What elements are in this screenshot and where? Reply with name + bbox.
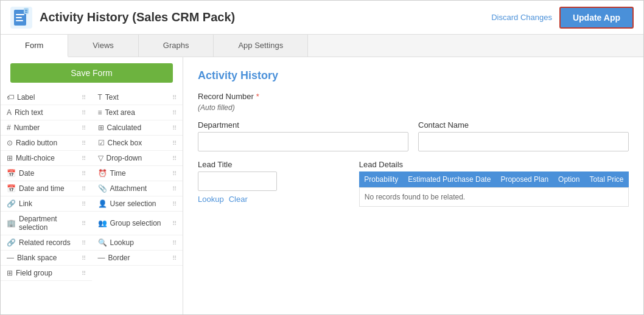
- lookup-clear-row: Lookup Clear: [198, 195, 349, 204]
- col-estimated-purchase-date: Estimated Purchase Date: [403, 171, 495, 188]
- col-option: Option: [553, 171, 584, 188]
- field-group-icon: ⊞: [7, 269, 13, 277]
- page-title: Activity History (Sales CRM Pack): [40, 10, 491, 24]
- user-selection-icon: 👤: [98, 199, 107, 208]
- sidebar: Save Form 🏷 Label ⠿ T Text ⠿ A Rich text…: [1, 57, 183, 314]
- group-selection-icon: 👥: [98, 219, 107, 227]
- drag-handle: ⠿: [82, 109, 86, 116]
- sidebar-item-list: 🏷 Label ⠿ T Text ⠿ A Rich text ⠿ ≡ Text …: [1, 90, 183, 281]
- link-icon: 🔗: [7, 199, 16, 208]
- tab-form[interactable]: Form: [1, 35, 68, 57]
- checkbox-icon: ☑: [98, 139, 105, 147]
- svg-rect-3: [16, 17, 22, 18]
- no-records-row: No records found to be related.: [359, 188, 628, 207]
- contact-name-label: Contact Name: [418, 120, 629, 130]
- department-field: Department: [198, 120, 408, 151]
- department-label: Department: [198, 120, 408, 130]
- border-icon: —: [98, 254, 105, 262]
- no-records-text: No records found to be related.: [359, 188, 628, 207]
- sidebar-item-time[interactable]: ⏰ Time ⠿: [92, 166, 183, 181]
- lead-section: Lead Title Lookup Clear Lead Details Pro…: [198, 160, 629, 207]
- tab-graphs[interactable]: Graphs: [139, 35, 214, 57]
- drag-handle: ⠿: [172, 201, 177, 207]
- form-area: Activity History Record Number * (Auto f…: [183, 57, 643, 314]
- lead-details-label: Lead Details: [359, 160, 629, 169]
- sidebar-item-blank-space[interactable]: — Blank space ⠿: [1, 251, 92, 266]
- sidebar-item-department-selection[interactable]: 🏢 Department selection ⠿: [1, 212, 92, 235]
- calculated-icon: ⊞: [98, 123, 104, 132]
- lead-title-label: Lead Title: [198, 160, 349, 169]
- drag-handle: ⠿: [172, 220, 177, 227]
- main-content: Save Form 🏷 Label ⠿ T Text ⠿ A Rich text…: [1, 57, 643, 314]
- drag-handle: ⠿: [82, 185, 86, 192]
- sidebar-item-drop-down[interactable]: ▽ Drop-down ⠿: [92, 151, 183, 166]
- attachment-icon: 📎: [98, 184, 107, 193]
- sidebar-item-rich-text[interactable]: A Rich text ⠿: [1, 105, 92, 120]
- drag-handle: ⠿: [82, 220, 86, 227]
- department-input[interactable]: [198, 132, 408, 151]
- number-icon: #: [7, 123, 11, 132]
- lead-details-field: Lead Details Probability Estimated Purch…: [359, 160, 629, 207]
- radio-icon: ⊙: [7, 139, 13, 147]
- col-total-price: Total Price: [584, 171, 628, 188]
- sidebar-item-text-area[interactable]: ≡ Text area ⠿: [92, 105, 183, 120]
- discard-changes-button[interactable]: Discard Changes: [491, 13, 552, 22]
- sidebar-item-field-group[interactable]: ⊞ Field group ⠿: [1, 266, 92, 281]
- dept-selection-icon: 🏢: [7, 219, 16, 227]
- drag-handle: ⠿: [82, 125, 86, 131]
- contact-name-field: Contact Name: [418, 120, 629, 151]
- svg-rect-2: [16, 14, 24, 15]
- department-contact-row: Department Contact Name: [198, 120, 629, 151]
- update-app-button[interactable]: Update App: [559, 7, 634, 29]
- text-icon: T: [98, 93, 102, 102]
- lookup-link[interactable]: Lookup: [198, 195, 224, 204]
- col-probability: Probability: [359, 171, 403, 188]
- record-number-label: Record Number *: [198, 92, 629, 101]
- sidebar-item-date-and-time[interactable]: 📅 Date and time ⠿: [1, 181, 92, 196]
- sidebar-item-multi-choice[interactable]: ⊞ Multi-choice ⠿: [1, 151, 92, 166]
- drag-handle: ⠿: [172, 94, 177, 101]
- save-form-button[interactable]: Save Form: [10, 63, 173, 83]
- sidebar-item-group-selection[interactable]: 👥 Group selection ⠿: [92, 212, 183, 235]
- drag-handle: ⠿: [172, 185, 177, 192]
- record-number-field: Record Number * (Auto filled): [198, 92, 629, 112]
- sidebar-item-border[interactable]: — Border ⠿: [92, 251, 183, 266]
- drag-handle: ⠿: [82, 170, 86, 177]
- tab-app-settings[interactable]: App Settings: [214, 35, 308, 57]
- sidebar-item-related-records[interactable]: 🔗 Related records ⠿: [1, 235, 92, 251]
- drag-handle: ⠿: [172, 170, 177, 177]
- app-header: Activity History (Sales CRM Pack) Discar…: [1, 1, 643, 35]
- drag-handle: ⠿: [82, 240, 86, 246]
- drag-handle: ⠿: [172, 240, 177, 246]
- sidebar-item-radio-button[interactable]: ⊙ Radio button ⠿: [1, 136, 92, 151]
- sidebar-item-check-box[interactable]: ☑ Check box ⠿: [92, 136, 183, 151]
- blank-space-icon: —: [7, 254, 14, 262]
- clear-link[interactable]: Clear: [229, 195, 248, 204]
- sidebar-item-number[interactable]: # Number ⠿: [1, 120, 92, 136]
- drag-handle: ⠿: [172, 109, 177, 116]
- drag-handle: ⠿: [82, 140, 86, 147]
- required-indicator: *: [256, 92, 259, 101]
- dropdown-icon: ▽: [98, 154, 103, 162]
- contact-name-input[interactable]: [418, 132, 629, 151]
- sidebar-item-lookup[interactable]: 🔍 Lookup ⠿: [92, 235, 183, 251]
- lead-title-field: Lead Title Lookup Clear: [198, 160, 349, 207]
- form-title: Activity History: [198, 69, 629, 82]
- date-icon: 📅: [7, 169, 16, 178]
- drag-handle: ⠿: [82, 201, 86, 207]
- time-icon: ⏰: [98, 169, 107, 178]
- sidebar-item-text[interactable]: T Text ⠿: [92, 90, 183, 105]
- drag-handle: ⠿: [172, 125, 177, 131]
- related-records-icon: 🔗: [7, 238, 16, 247]
- sidebar-item-link[interactable]: 🔗 Link ⠿: [1, 196, 92, 212]
- sidebar-item-calculated[interactable]: ⊞ Calculated ⠿: [92, 120, 183, 136]
- tab-views[interactable]: Views: [68, 35, 138, 57]
- svg-rect-5: [24, 8, 29, 14]
- lead-details-table: Probability Estimated Purchase Date Prop…: [359, 171, 629, 207]
- sidebar-item-label[interactable]: 🏷 Label ⠿: [1, 90, 92, 105]
- lead-title-input[interactable]: [198, 171, 277, 191]
- sidebar-item-date[interactable]: 📅 Date ⠿: [1, 166, 92, 181]
- sidebar-item-user-selection[interactable]: 👤 User selection ⠿: [92, 196, 183, 212]
- lookup-icon: 🔍: [98, 238, 107, 247]
- sidebar-item-attachment[interactable]: 📎 Attachment ⠿: [92, 181, 183, 196]
